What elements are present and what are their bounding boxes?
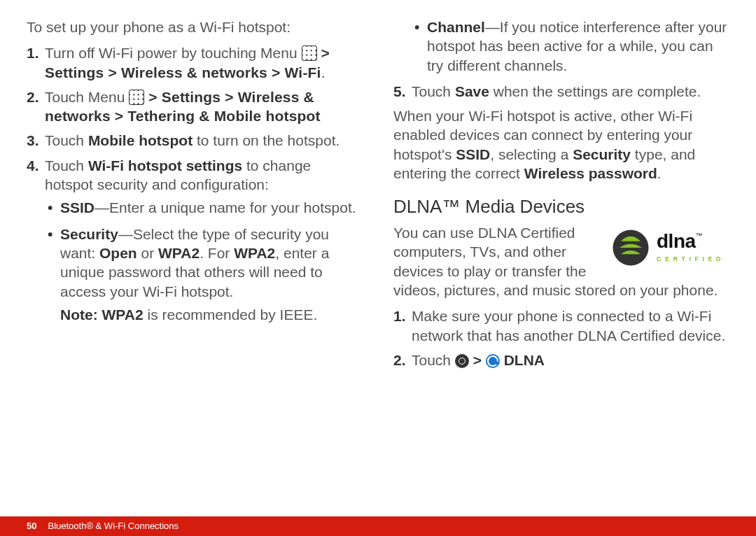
note-text: is recommended by IEEE. <box>144 306 318 323</box>
after-b: , selecting a <box>490 146 573 162</box>
dlna-step-2-text-a: Touch <box>412 352 455 368</box>
setup-steps: 1. Turn off Wi-Fi power by touching Menu… <box>27 43 363 324</box>
bullet-security: Security—Select the type of security you… <box>45 225 363 324</box>
step-4-bold: Wi-Fi hotspot settings <box>88 157 242 174</box>
setup-steps-cont: 5. Touch Save when the settings are comp… <box>393 82 729 101</box>
step-3-bold: Mobile hotspot <box>88 132 192 148</box>
step-4: 4. Touch Wi-Fi hotspot settings to chang… <box>27 156 363 324</box>
bullet-channel: Channel—If you notice interference after… <box>412 17 729 75</box>
column-right: Channel—If you notice interference after… <box>393 17 729 500</box>
step-5-text-c: when the settings are complete. <box>489 83 701 99</box>
step-5: 5. Touch Save when the settings are comp… <box>393 82 729 101</box>
wpa2-note: Note: WPA2 is recommended by IEEE. <box>60 305 363 324</box>
after-password: Wireless password <box>524 165 657 181</box>
manual-page: To set up your phone as a Wi-Fi hotspot:… <box>0 0 756 536</box>
after-d: . <box>657 165 662 181</box>
dlna-step-1: 1. Make sure your phone is connected to … <box>393 306 729 345</box>
step-3-text-a: Touch <box>45 132 88 148</box>
dlna-steps: 1. Make sure your phone is connected to … <box>393 306 729 369</box>
save-label: Save <box>455 83 489 99</box>
step-number: 1. <box>27 43 39 62</box>
dlna-step-1-text: Make sure your phone is connected to a W… <box>412 308 725 343</box>
column-left: To set up your phone as a Wi-Fi hotspot:… <box>27 17 363 500</box>
note-wpa2: WPA2 <box>102 306 144 323</box>
step-3: 3. Touch Mobile hotspot to turn on the h… <box>27 131 363 150</box>
home-icon <box>455 354 469 368</box>
intro-text: To set up your phone as a Wi-Fi hotspot: <box>27 17 363 36</box>
dlna-intro-paragraph: dlna™ C E R T I F I E D You can use DLNA… <box>393 223 729 299</box>
continued-bullets: Channel—If you notice interference after… <box>393 17 729 75</box>
bullet-ssid-label: SSID <box>60 199 94 216</box>
dlna-step-2-gt: > <box>469 352 486 368</box>
dlna-certified-text: C E R T I F I E D <box>657 255 722 262</box>
step-5-text-a: Touch <box>412 83 455 99</box>
tm-mark: ™ <box>696 232 703 239</box>
wpa2-label: WPA2 <box>158 245 200 261</box>
after-ssid: SSID <box>456 146 490 162</box>
content-columns: To set up your phone as a Wi-Fi hotspot:… <box>27 17 729 500</box>
open-label: Open <box>99 245 137 261</box>
menu-icon <box>129 90 144 105</box>
step-number: 1. <box>393 306 406 325</box>
dlna-app-icon <box>486 354 500 368</box>
bullet-security-text-c: . For <box>200 245 234 261</box>
step-2: 2. Touch Menu > Settings > Wireless & ne… <box>27 87 363 126</box>
page-footer: 50 Bluetooth® & Wi-Fi Connections <box>0 516 756 536</box>
step-3-text-c: to turn on the hotspot. <box>192 132 340 148</box>
bullet-channel-label: Channel <box>427 19 485 35</box>
step-number: 2. <box>393 351 406 369</box>
dlna-certified-logo: dlna™ C E R T I F I E D <box>610 223 729 272</box>
dlna-logo-text: dlna™ C E R T I F I E D <box>657 232 722 263</box>
bullet-ssid-text: —Enter a unique name for your hotspot. <box>94 199 356 216</box>
afterward-paragraph: When your Wi-Fi hotspot is active, other… <box>393 106 729 183</box>
bullet-security-label: Security <box>60 226 118 242</box>
step-number: 2. <box>27 87 39 106</box>
step-4-bullets: SSID—Enter a unique name for your hotspo… <box>45 198 363 324</box>
dlna-logo-icon <box>610 227 651 268</box>
note-label: Note: <box>60 306 102 323</box>
step-1: 1. Turn off Wi-Fi power by touching Menu… <box>27 43 363 82</box>
step-1-path: Settings > Wireless & networks > Wi-Fi <box>45 64 321 80</box>
dlna-heading: DLNA™ Media Devices <box>393 195 729 219</box>
step-number: 3. <box>27 131 39 150</box>
dlna-app-label: DLNA <box>500 352 545 368</box>
footer-section-title: Bluetooth® & Wi-Fi Connections <box>48 521 178 533</box>
step-2-text-a: Touch Menu <box>45 89 129 105</box>
step-number: 5. <box>393 82 406 101</box>
or-text: or <box>137 245 158 261</box>
dlna-step-2: 2. Touch > DLNA <box>393 351 729 369</box>
after-security: Security <box>573 146 631 162</box>
page-number: 50 <box>27 521 36 533</box>
step-1-gt: > <box>317 45 330 61</box>
menu-icon <box>302 45 317 61</box>
step-number: 4. <box>27 156 39 175</box>
step-1-end: . <box>321 64 326 80</box>
step-2-gt: > <box>144 89 162 105</box>
step-4-text-a: Touch <box>45 157 88 174</box>
bullet-ssid: SSID—Enter a unique name for your hotspo… <box>45 198 363 217</box>
wpa2-label-2: WPA2 <box>234 245 275 261</box>
step-1-text-a: Turn off Wi-Fi power by touching Menu <box>45 45 302 61</box>
dlna-brand: dlna <box>657 230 696 252</box>
